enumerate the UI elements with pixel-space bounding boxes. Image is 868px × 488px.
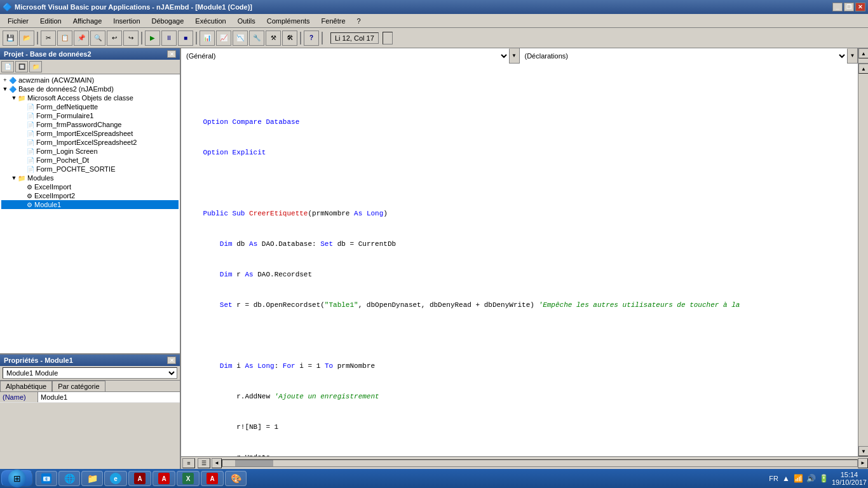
props-object-select[interactable]: Module1 Module bbox=[3, 367, 177, 379]
tree-item-module1[interactable]: ⚙Module1 bbox=[1, 200, 179, 209]
acrobat-icon: A bbox=[207, 473, 218, 484]
menu-outils[interactable]: Outils bbox=[233, 16, 261, 26]
tree-item-form-pochte-sortie[interactable]: 📄Form_POCHTE_SORTIE bbox=[1, 165, 179, 173]
tree-item-acwzmain[interactable]: +🔷acwzmain (ACWZMAIN) bbox=[1, 76, 179, 85]
code-dropdown-left: (Général) ▼ bbox=[181, 48, 520, 63]
tree-item-form-passwordchange[interactable]: 📄Form_frmPasswordChange bbox=[1, 120, 179, 129]
tb-copy[interactable]: 📋 bbox=[57, 30, 72, 46]
declarations-dropdown-arrow[interactable]: ▼ bbox=[847, 49, 857, 63]
taskbar-explorer[interactable]: 📁 bbox=[81, 471, 103, 486]
tree-item-form-formulaire1[interactable]: 📄Form_Formulaire1 bbox=[1, 111, 179, 120]
taskbar-access1[interactable]: A bbox=[128, 471, 151, 486]
prop-name-value[interactable]: Module1 bbox=[38, 392, 180, 402]
tb-sep1 bbox=[37, 32, 38, 44]
props-close-button[interactable]: ✕ bbox=[167, 356, 176, 364]
scroll-up-btn[interactable]: ▲ bbox=[858, 64, 868, 74]
project-close-button[interactable]: ✕ bbox=[167, 50, 176, 58]
menu-complements[interactable]: Compléments bbox=[262, 16, 315, 26]
start-button[interactable]: ⊞ bbox=[1, 470, 33, 487]
tb-cut[interactable]: ✂ bbox=[41, 30, 56, 46]
menu-debogage[interactable]: Débogage bbox=[147, 16, 189, 26]
taskbar-outlook[interactable]: 📧 bbox=[36, 471, 57, 486]
code-header-scroll: ▲ bbox=[858, 48, 868, 63]
menu-aide[interactable]: ? bbox=[352, 16, 366, 26]
proj-folder-btn[interactable]: 📁 bbox=[29, 61, 42, 72]
taskbar-excel[interactable]: X bbox=[177, 471, 200, 486]
clock-time: 15:14 bbox=[832, 471, 867, 478]
tab-par-categorie[interactable]: Par catégorie bbox=[52, 381, 105, 391]
tb-find[interactable]: 🔍 bbox=[90, 30, 105, 46]
toolbar-scroll[interactable] bbox=[383, 32, 393, 44]
tree-item-form-defnetiquette[interactable]: 📄Form_defNetiquette bbox=[1, 102, 179, 111]
menu-fichier[interactable]: Fichier bbox=[3, 16, 34, 26]
tree-item-bdd2[interactable]: ▼🔷Base de données2 (nJAEmbd) bbox=[1, 85, 179, 93]
proj-view-btn[interactable]: 📄 bbox=[1, 61, 14, 72]
tree-item-form-pochet[interactable]: 📄Form_Pochet_Dt bbox=[1, 156, 179, 165]
tree-expand-modules[interactable]: ▼ bbox=[10, 175, 18, 181]
hscroll-right-btn[interactable]: ► bbox=[858, 458, 868, 468]
tree-item-excel-import2[interactable]: ⚙ExcelImport2 bbox=[1, 191, 179, 200]
scroll-up-button[interactable]: ▲ bbox=[858, 48, 868, 58]
main-layout: Projet - Base de données2 ✕ 📄 🔲 📁 +🔷acwz… bbox=[0, 48, 868, 469]
tb-paste[interactable]: 📌 bbox=[74, 30, 89, 46]
tb-save[interactable]: 💾 bbox=[3, 30, 18, 46]
tb-open[interactable]: 📂 bbox=[19, 30, 34, 46]
props-content: Module1 Module Alphabétique Par catégori… bbox=[0, 366, 180, 469]
tree-item-excel-import[interactable]: ⚙ExcelImport bbox=[1, 182, 179, 191]
taskbar-paint[interactable]: 🎨 bbox=[225, 471, 247, 486]
menu-execution[interactable]: Exécution bbox=[190, 16, 231, 26]
menu-fenetre[interactable]: Fenêtre bbox=[316, 16, 351, 26]
minimize-button[interactable]: _ bbox=[832, 3, 843, 11]
tb-break[interactable]: ⏸ bbox=[161, 30, 177, 46]
tree-expand-bdd2[interactable]: ▼ bbox=[1, 86, 9, 92]
close-button[interactable]: ✕ bbox=[855, 3, 865, 11]
view-module-btn[interactable]: ☰ bbox=[198, 458, 210, 468]
code-content[interactable]: Option Compare Database Option Explicit … bbox=[181, 64, 858, 456]
tree-label-form-pochte-sortie: Form_POCHTE_SORTIE bbox=[36, 165, 116, 173]
tb-run[interactable]: ▶ bbox=[145, 30, 160, 46]
tree-item-form-importexcel2[interactable]: 📄Form_ImportExcelSpreadsheet2 bbox=[1, 138, 179, 147]
tb-debug3[interactable]: 📉 bbox=[233, 30, 248, 46]
proj-toggle-btn[interactable]: 🔲 bbox=[15, 61, 28, 72]
systray-battery: 🔋 bbox=[819, 473, 829, 484]
menu-edition[interactable]: Edition bbox=[35, 16, 67, 26]
tb-reset[interactable]: ■ bbox=[178, 30, 193, 46]
tree-item-form-importexcel[interactable]: 📄Form_ImportExcelSpreadsheet bbox=[1, 129, 179, 138]
menu-insertion[interactable]: Insertion bbox=[108, 16, 145, 26]
system-clock[interactable]: 15:14 19/10/2017 bbox=[832, 471, 867, 486]
project-title: Projet - Base de données2 bbox=[4, 50, 92, 58]
restore-button[interactable]: ❐ bbox=[844, 3, 854, 11]
view-proc-btn[interactable]: ≡ bbox=[182, 458, 195, 468]
windows-orb: ⊞ bbox=[8, 470, 26, 487]
taskbar-access2[interactable]: A bbox=[153, 471, 175, 486]
taskbar-chrome[interactable]: 🌐 bbox=[58, 471, 80, 486]
hscroll-left-btn[interactable]: ◄ bbox=[212, 458, 222, 468]
general-dropdown-arrow[interactable]: ▼ bbox=[509, 49, 519, 63]
code-line-7: Dim i As Long: For i = 1 To prmNombre bbox=[186, 361, 853, 371]
tb-debug2[interactable]: 📈 bbox=[216, 30, 231, 46]
tb-undo[interactable]: ↩ bbox=[107, 30, 122, 46]
taskbar-acrobat[interactable]: A bbox=[201, 471, 224, 486]
systray-arrow[interactable]: ▲ bbox=[781, 473, 791, 484]
tb-debug6[interactable]: 🛠 bbox=[282, 30, 297, 46]
tree-item-form-login[interactable]: 📄Form_Login Screen bbox=[1, 147, 179, 156]
app-icon: 🔷 bbox=[3, 3, 12, 11]
code-line-9: r![NB] = 1 bbox=[186, 422, 853, 432]
taskbar-ie[interactable]: e bbox=[104, 471, 127, 486]
tree-item-modules[interactable]: ▼📁Modules bbox=[1, 173, 179, 182]
declarations-select[interactable]: (Déclarations) bbox=[520, 48, 848, 64]
tb-debug1[interactable]: 📊 bbox=[200, 30, 215, 46]
tree-item-ms-access[interactable]: ▼📁Microsoft Access Objets de classe bbox=[1, 93, 179, 102]
tb-debug4[interactable]: 🔧 bbox=[249, 30, 264, 46]
scroll-down-btn[interactable]: ▼ bbox=[858, 446, 868, 456]
tb-help[interactable]: ? bbox=[304, 30, 319, 46]
tb-debug5[interactable]: ⚒ bbox=[266, 30, 281, 46]
tb-redo[interactable]: ↪ bbox=[123, 30, 139, 46]
hscroll-thumb[interactable] bbox=[235, 460, 273, 466]
tree-expand-acwzmain[interactable]: + bbox=[1, 77, 9, 83]
tab-alphabetique[interactable]: Alphabétique bbox=[0, 381, 52, 391]
menu-affichage[interactable]: Affichage bbox=[68, 16, 107, 26]
general-select[interactable]: (Général) bbox=[181, 48, 509, 64]
code-header: (Général) ▼ (Déclarations) ▼ ▲ bbox=[181, 48, 868, 64]
tree-expand-ms-access[interactable]: ▼ bbox=[10, 95, 18, 101]
